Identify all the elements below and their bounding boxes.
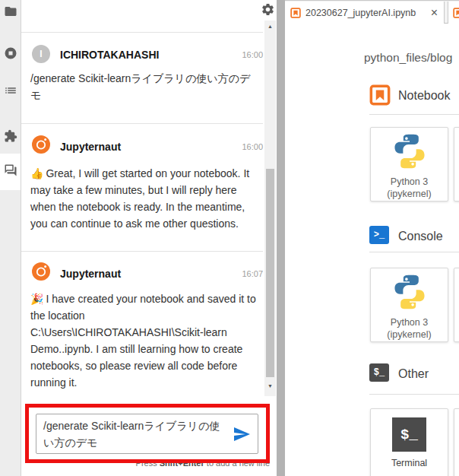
notebook-icon: [369, 84, 391, 109]
send-button[interactable]: [233, 425, 251, 443]
jupyter-ai-chat-panel: I ICHIROTAKAHASHI 16:00 /generate Scikit…: [21, 0, 277, 476]
chat-input-value[interactable]: /generate Scikit-learnライブラリの使い方のデモ: [43, 417, 224, 451]
tab-second-file[interactable]: [448, 2, 459, 24]
launcher-card-partial[interactable]: [454, 127, 459, 202]
notebook-section-icon: [369, 84, 391, 109]
folder-icon: [4, 5, 17, 21]
console-icon: >_: [369, 226, 389, 244]
activity-sidebar: [0, 0, 21, 476]
notebook-file-icon: [453, 8, 459, 18]
message-divider: [21, 123, 263, 124]
python-logo-icon: [391, 273, 429, 311]
message-text: 🎉I have created your notebook and saved …: [30, 290, 260, 391]
jupyterlab-window: I ICHIROTAKAHASHI 16:00 /generate Scikit…: [0, 0, 459, 476]
message-text: /generate Scikit-learnライブラリの使い方のデモ: [30, 70, 260, 103]
main-work-area: 20230627_jupyterAI.ipynb × python_files/…: [285, 0, 459, 476]
user-avatar: I: [32, 45, 50, 63]
section-divider: [369, 252, 459, 252]
scroll-down-arrow[interactable]: ▼: [264, 382, 276, 391]
launcher-section-label: Console: [398, 230, 443, 243]
launcher-card-notebook-python3[interactable]: Python 3 (ipykernel): [370, 127, 448, 202]
message-time: 16:00: [226, 50, 263, 59]
avatar-initial: I: [40, 49, 42, 59]
section-divider: [369, 394, 459, 395]
section-divider: [369, 114, 459, 115]
sidebar-item-running[interactable]: [3, 47, 18, 62]
sidebar-item-extensions[interactable]: [3, 130, 18, 145]
launcher-card-console-python3[interactable]: Python 3 (ipykernel): [370, 268, 448, 342]
chat-header-divider: [21, 32, 263, 33]
chat-input[interactable]: /generate Scikit-learnライブラリの使い方のデモ: [36, 414, 258, 454]
launcher-card-partial[interactable]: [454, 408, 459, 476]
chat-bubbles-icon: [4, 163, 17, 180]
message-author: ICHIROTAKAHASHI: [60, 49, 159, 61]
message-divider: [21, 251, 263, 252]
tab-title: 20230627_jupyterAI.ipynb: [305, 8, 416, 18]
python-logo-icon: [391, 132, 429, 170]
panel-splitter[interactable]: [277, 0, 285, 476]
launcher-card-partial[interactable]: [454, 268, 459, 342]
sidebar-item-chat[interactable]: [3, 164, 18, 179]
kernel-card-subtitle: (ipykernel): [371, 329, 448, 340]
stop-circle-icon: [4, 46, 17, 63]
message-text: 👍Great, I will get started on your noteb…: [30, 165, 260, 232]
chat-settings-button[interactable]: [261, 2, 276, 17]
input-hint: Press Shift+Enter to add a new line: [76, 459, 270, 468]
kernel-card-subtitle: (ipykernel): [371, 189, 448, 199]
terminal-card-title: Terminal: [371, 458, 448, 468]
gear-icon: [261, 6, 275, 19]
send-icon: [233, 433, 251, 446]
message-author: Jupyternaut: [60, 268, 121, 280]
thumbs-up-emoji: 👍: [30, 167, 43, 179]
jupyter-logo-icon: [32, 262, 50, 284]
tab-close-icon[interactable]: ×: [431, 7, 438, 19]
chat-scrollbar-thumb[interactable]: [266, 169, 274, 377]
puzzle-icon: [4, 129, 17, 146]
launcher-cwd: python_files/blog: [364, 51, 452, 65]
sidebar-item-toc[interactable]: [3, 84, 18, 100]
kernel-card-title: Python 3: [371, 176, 448, 188]
message-time: 16:07: [226, 269, 263, 278]
launcher-section-label: Notebook: [398, 89, 451, 103]
tab-notebook-file[interactable]: 20230627_jupyterAI.ipynb ×: [285, 2, 445, 24]
jupyternaut-avatar: [32, 264, 50, 282]
sidebar-bottom-group: [0, 190, 21, 476]
launcher-section-label: Other: [398, 367, 429, 381]
jupyter-logo-icon: [32, 135, 50, 157]
terminal-icon-small: $_: [369, 363, 389, 382]
kernel-card-title: Python 3: [371, 317, 448, 328]
tab-bar: 20230627_jupyterAI.ipynb ×: [285, 0, 459, 24]
list-icon: [4, 84, 17, 100]
terminal-icon: $_: [392, 417, 426, 452]
message-time: 16:00: [226, 142, 263, 151]
scroll-up-arrow[interactable]: ▲: [264, 22, 276, 31]
notebook-file-icon: [290, 8, 301, 18]
jupyternaut-avatar: [32, 137, 50, 155]
party-popper-emoji: 🎉: [30, 293, 43, 305]
launcher-card-terminal[interactable]: $_ Terminal: [370, 408, 448, 476]
sidebar-item-files[interactable]: [3, 5, 18, 21]
message-author: Jupyternaut: [60, 141, 121, 153]
